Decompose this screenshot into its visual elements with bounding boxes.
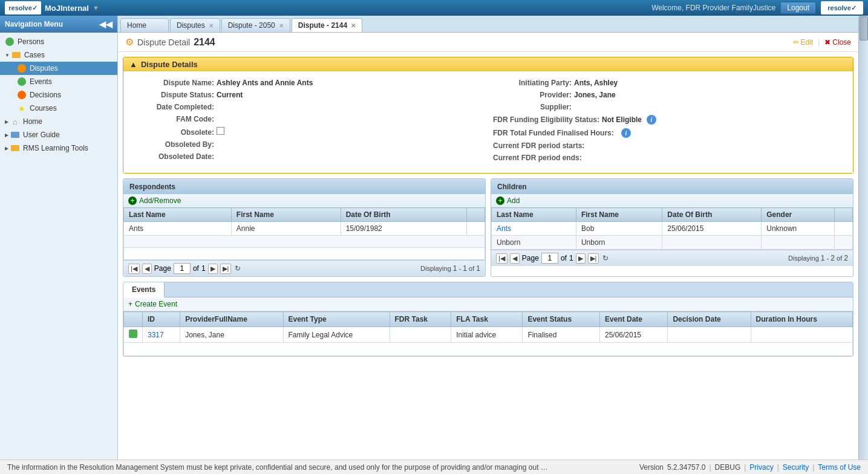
close-action-button[interactable]: ✖ Close — [824, 38, 851, 47]
sidebar-item-user-guide[interactable]: ▶ User Guide — [0, 128, 117, 141]
respondents-refresh[interactable]: ↻ — [235, 264, 241, 273]
top-bar: resolve✓ MoJInternal ▼ Welcome, FDR Prov… — [0, 0, 868, 16]
child-last-name-link-0[interactable]: Ants — [497, 224, 511, 233]
events-col-decision-date: Decision Date — [668, 312, 751, 327]
child-dob-1 — [662, 236, 762, 250]
obsolete-checkbox[interactable] — [217, 127, 224, 135]
respondent-dob: 15/09/1982 — [341, 222, 466, 236]
table-row-empty2 — [124, 248, 485, 260]
respondents-title: Respondents — [129, 183, 175, 191]
edit-button[interactable]: ✏ Edit — [793, 38, 814, 47]
scroll-thumb[interactable] — [860, 16, 868, 41]
children-actions: + Add — [491, 194, 853, 207]
add-child-button[interactable]: + Add — [496, 196, 848, 205]
children-table: Last Name First Name Date Of Birth Gende… — [491, 207, 853, 250]
close-action-label: Close — [832, 38, 851, 47]
sidebar-item-home[interactable]: ▶ ⌂ Home — [0, 115, 117, 128]
respondents-pagination: |◀ ◀ Page of 1 ▶ ▶| ↻ Displaying 1 - 1 o… — [123, 260, 485, 276]
sidebar-collapse-button[interactable]: ◀◀ — [99, 19, 113, 29]
child-last-name-0[interactable]: Ants — [492, 222, 576, 236]
event-status: Finalised — [523, 327, 600, 343]
decisions-icon — [17, 90, 27, 100]
security-link[interactable]: Security — [783, 463, 809, 472]
dispute-status-value: Current — [217, 91, 243, 99]
cases-icon — [11, 50, 21, 60]
tab-dispute-2144[interactable]: Dispute - 2144 ✕ — [292, 18, 362, 32]
respondents-col-last-name: Last Name — [124, 208, 232, 222]
table-row: Ants Bob 25/06/2015 Unknown — [492, 222, 853, 236]
sidebar-label-disputes: Disputes — [30, 64, 58, 73]
action-separator: | — [818, 38, 820, 47]
sidebar-item-persons[interactable]: Persons — [0, 35, 117, 48]
obsoleted-date-label: Obsoleted Date: — [135, 152, 214, 161]
fdr-funding-info-icon[interactable]: i — [647, 115, 656, 125]
home-expand-icon: ▶ — [5, 119, 8, 125]
respondents-last-page[interactable]: ▶| — [220, 264, 232, 274]
logout-button[interactable]: Logout — [780, 2, 816, 14]
sidebar-item-rms-learning[interactable]: ▶ RMS Learning Tools — [0, 141, 117, 155]
tab-home[interactable]: Home — [120, 18, 169, 32]
children-col-actions — [835, 208, 853, 222]
children-page-label: Page — [522, 254, 539, 262]
children-refresh[interactable]: ↻ — [602, 254, 609, 262]
event-duration — [751, 327, 852, 343]
respondents-next-page[interactable]: ▶ — [208, 264, 218, 274]
persons-icon — [5, 37, 15, 47]
sidebar: Navigation Menu ◀◀ Persons ▼ Cases Dispu… — [0, 16, 118, 474]
respondents-col-actions — [467, 208, 485, 222]
details-section-toggle[interactable]: ▲ Dispute Details — [123, 57, 853, 71]
sidebar-item-events[interactable]: Events — [0, 75, 117, 88]
children-last-page[interactable]: ▶| — [588, 253, 599, 264]
right-scrollbar[interactable] — [858, 16, 868, 474]
footer: The information in the Resolution Manage… — [0, 459, 868, 474]
children-page-input[interactable] — [541, 253, 558, 264]
rms-icon — [10, 143, 20, 153]
sidebar-label-decisions: Decisions — [30, 91, 61, 99]
children-header: Children — [491, 179, 853, 194]
tab-dispute-2144-close[interactable]: ✕ — [351, 22, 356, 29]
events-col-duration: Duration In Hours — [751, 312, 852, 327]
respondents-page-input[interactable] — [174, 263, 191, 274]
children-of-label: of — [561, 254, 567, 262]
children-prev-page[interactable]: ◀ — [510, 253, 520, 264]
resolve-logo: resolve✓ — [821, 1, 863, 15]
tab-events[interactable]: Events — [123, 282, 165, 297]
child-gender-0: Unknown — [762, 222, 835, 236]
fdr-total-info-icon[interactable]: i — [621, 128, 631, 138]
tab-disputes-close[interactable]: ✕ — [209, 22, 214, 29]
children-first-page[interactable]: |◀ — [496, 253, 507, 264]
footer-right: Version 5.2.34757.0 | DEBUG | Privacy | … — [639, 463, 861, 472]
respondents-first-page[interactable]: |◀ — [128, 264, 140, 274]
tab-dispute-2050[interactable]: Dispute - 2050 ✕ — [221, 18, 290, 32]
dispute-name-row: Dispute Name: Ashley Ants and Annie Ants — [135, 79, 483, 87]
table-row: Ants Annie 15/09/1982 — [124, 222, 485, 236]
terms-link[interactable]: Terms of Use — [818, 463, 861, 472]
event-id-link[interactable]: 3317 — [148, 331, 164, 339]
respondents-table: Last Name First Name Date Of Birth Ants … — [123, 207, 485, 260]
event-decision-date — [668, 327, 751, 343]
sidebar-item-decisions[interactable]: Decisions — [0, 88, 117, 102]
footer-spacer — [118, 362, 858, 380]
close-action-icon: ✖ — [824, 38, 830, 47]
privacy-link[interactable]: Privacy — [749, 463, 773, 472]
fdr-period-ends-label: Current FDR period ends: — [493, 154, 582, 162]
tab-dispute-2050-close[interactable]: ✕ — [279, 22, 284, 29]
event-status-icon — [129, 330, 137, 338]
welcome-text: Welcome, FDR Provider FamilyJustice — [651, 4, 775, 12]
sidebar-item-cases[interactable]: ▼ Cases — [0, 48, 117, 62]
user-guide-icon — [10, 130, 20, 140]
event-id[interactable]: 3317 — [143, 327, 180, 343]
respondents-prev-page[interactable]: ◀ — [142, 264, 152, 274]
tab-disputes[interactable]: Disputes ✕ — [170, 18, 220, 32]
add-remove-label: Add/Remove — [139, 196, 181, 205]
events-table: ID ProviderFullName Event Type FDR Task … — [123, 311, 853, 356]
table-row: 3317 Jones, Jane Family Legal Advice Ini… — [124, 327, 853, 343]
children-col-gender: Gender — [762, 208, 835, 222]
respondent-first-name: Annie — [231, 222, 341, 236]
sidebar-item-courses[interactable]: ★ Courses — [0, 102, 117, 115]
children-next-page[interactable]: ▶ — [576, 253, 586, 264]
sidebar-item-disputes[interactable]: Disputes — [0, 62, 117, 75]
add-remove-button[interactable]: + Add/Remove — [128, 196, 480, 205]
user-guide-expand-icon: ▶ — [5, 132, 8, 138]
create-event-button[interactable]: + Create Event — [128, 300, 848, 308]
